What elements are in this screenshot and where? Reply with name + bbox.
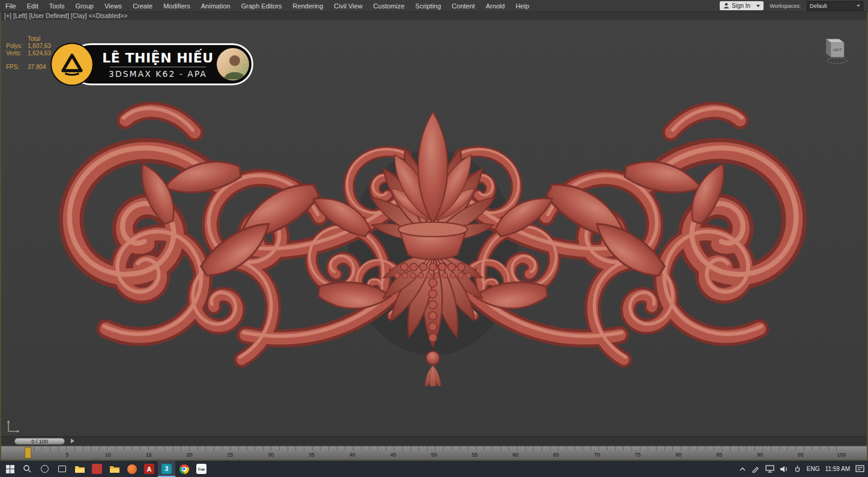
taskbar-acrobat[interactable]: A — [140, 461, 158, 477]
divider — [110, 67, 206, 67]
workspace-value: Default — [810, 3, 827, 9]
acrobat-icon: A — [144, 464, 154, 474]
timeline-tick: 20 — [185, 452, 194, 460]
taskbar-chrome[interactable] — [175, 461, 193, 477]
red-app-icon — [92, 464, 102, 474]
viewcube-face-label: LEFT — [833, 48, 842, 52]
menu-customize[interactable]: Customize — [368, 0, 410, 11]
avatar — [217, 48, 249, 81]
search-button[interactable] — [19, 461, 36, 477]
timeline-tick: 70 — [592, 452, 601, 460]
viewport-label[interactable]: [+] [Left] [User Defined] [Clay] <<Disab… — [4, 13, 128, 19]
menu-arnold[interactable]: Arnold — [480, 0, 510, 11]
main-menubar: File Edit Tools Group Views Create Modif… — [0, 0, 868, 12]
sign-in-button[interactable]: Sign In — [720, 1, 764, 10]
taskbar-app-red[interactable] — [88, 461, 106, 477]
windows-taskbar: A 3 Cap ENG 11:59 AM — [0, 461, 868, 477]
menu-content[interactable]: Content — [447, 0, 481, 11]
timeline-tick: 60 — [511, 452, 520, 460]
timeline-frame-marker[interactable] — [25, 447, 31, 458]
menu-civil-view[interactable]: Civil View — [328, 0, 367, 11]
timeline-tick: 65 — [552, 452, 561, 460]
clock[interactable]: 11:59 AM — [825, 466, 850, 472]
taskbar-3dsmax[interactable]: 3 — [158, 461, 175, 477]
timeline-ticks: 0 5 10 15 20 25 30 35 40 45 50 55 60 65 … — [1, 446, 867, 460]
watermark-subtitle: 3DSMAX K62 - APA — [109, 69, 207, 79]
viewport-statistics: Total Polys:1,607,63 Verts:1,624,63 FPS:… — [6, 35, 58, 71]
time-slider-handle[interactable]: 0 / 100 — [14, 438, 65, 445]
timeline-tick: 40 — [348, 452, 357, 460]
menu-rendering[interactable]: Rendering — [288, 0, 329, 11]
display-icon[interactable] — [765, 465, 774, 473]
chrome-icon — [179, 464, 189, 474]
stats-verts-label: Verts: — [6, 50, 28, 57]
system-tray: ENG 11:59 AM — [739, 465, 868, 473]
pen-icon[interactable] — [752, 466, 760, 473]
menu-group[interactable]: Group — [70, 0, 99, 11]
timeline-tick: 100 — [837, 452, 846, 460]
capcut-icon: Cap — [196, 464, 206, 474]
menu-graph-editors[interactable]: Graph Editors — [236, 0, 288, 11]
timeline-tick: 85 — [714, 452, 724, 460]
world-axis-gizmo — [5, 415, 20, 433]
viewport-left[interactable]: Total Polys:1,607,63 Verts:1,624,63 FPS:… — [1, 20, 867, 436]
stats-polys-label: Polys: — [6, 43, 28, 50]
watermark-name: LÊ THIỆN HIẾU — [102, 50, 213, 65]
timeline-tick: 25 — [225, 452, 235, 460]
folder-icon — [74, 465, 85, 473]
file-explorer-button[interactable] — [71, 461, 88, 477]
viewport-label-bar[interactable]: [+] [Left] [User Defined] [Clay] <<Disab… — [1, 11, 867, 20]
viewcube[interactable]: LEFT — [819, 33, 855, 65]
chevron-down-icon — [857, 5, 860, 7]
action-center-icon[interactable] — [855, 465, 864, 473]
cortana-button[interactable] — [36, 461, 53, 477]
language-indicator[interactable]: ENG — [807, 466, 820, 472]
timeline-tick: 55 — [470, 452, 480, 460]
menu-animation[interactable]: Animation — [196, 0, 236, 11]
search-icon — [23, 464, 32, 473]
orange-app-icon — [127, 464, 137, 474]
timeline-tick: 30 — [266, 452, 276, 460]
stats-fps-label: FPS: — [6, 64, 28, 71]
taskbar-capcut[interactable]: Cap — [193, 461, 210, 477]
taskbar-folder-2[interactable] — [106, 461, 123, 477]
menu-help[interactable]: Help — [510, 0, 535, 11]
menu-file[interactable]: File — [0, 0, 22, 11]
menu-scripting[interactable]: Scripting — [410, 0, 447, 11]
cortana-icon — [41, 465, 49, 473]
user-icon — [723, 2, 729, 9]
timeline-tick: 35 — [307, 452, 316, 460]
timeline-tick: 75 — [633, 452, 642, 460]
timeline-tick: 5 — [62, 452, 72, 460]
menu-create[interactable]: Create — [127, 0, 158, 11]
menu-views[interactable]: Views — [99, 0, 127, 11]
timeline-ruler[interactable]: 0 5 10 15 20 25 30 35 40 45 50 55 60 65 … — [1, 446, 867, 460]
volume-icon[interactable] — [780, 466, 788, 473]
brand-logo-icon — [52, 44, 92, 85]
sign-in-label: Sign In — [732, 2, 750, 9]
timeline-tick: 95 — [796, 452, 806, 460]
timeline-tick: 90 — [755, 452, 765, 460]
timeline-tick: 10 — [103, 452, 113, 460]
taskbar-app-orange[interactable] — [123, 461, 140, 477]
windows-logo-icon — [6, 465, 14, 473]
usb-plug-icon[interactable] — [794, 465, 801, 473]
workspace-select[interactable]: Default — [807, 1, 863, 11]
timeline-tick: 50 — [429, 452, 439, 460]
task-view-button[interactable] — [53, 461, 71, 477]
clay-ornament-model[interactable] — [54, 94, 812, 386]
track-bar[interactable]: 0 / 100 — [1, 436, 867, 446]
chevron-up-icon[interactable] — [739, 467, 746, 472]
task-view-icon — [58, 466, 66, 472]
timeline-tick: 80 — [674, 452, 683, 460]
menu-tools[interactable]: Tools — [44, 0, 70, 11]
menu-modifiers[interactable]: Modifiers — [158, 0, 196, 11]
menu-edit[interactable]: Edit — [22, 0, 44, 11]
watermark-card: LÊ THIỆN HIẾU 3DSMAX K62 - APA — [52, 41, 253, 87]
start-button[interactable] — [1, 461, 19, 477]
workspaces-label: Workspaces: — [770, 3, 801, 9]
folder-icon — [109, 465, 120, 473]
timeline-tick: 15 — [144, 452, 154, 460]
next-frame-button[interactable] — [71, 439, 74, 443]
frame-display: 0 / 100 — [31, 439, 48, 445]
